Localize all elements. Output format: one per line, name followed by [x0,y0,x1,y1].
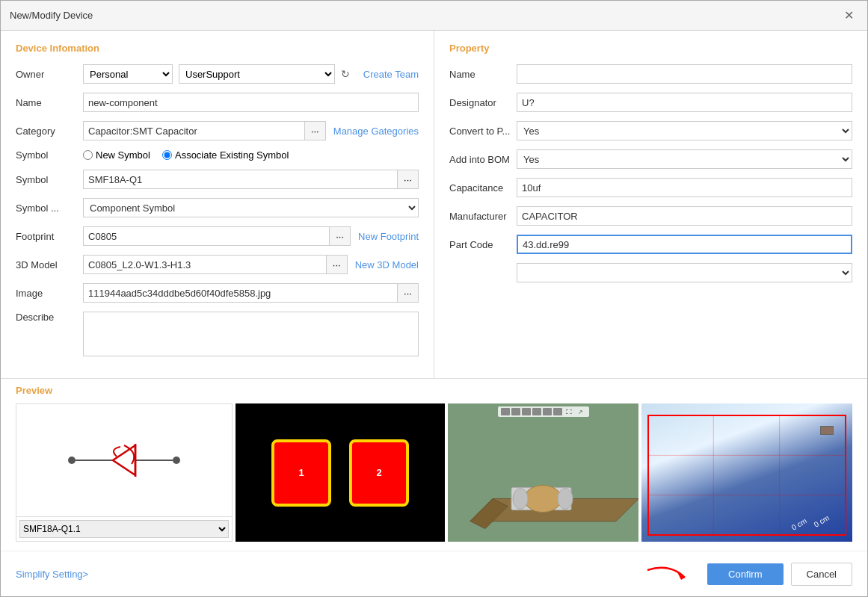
owner-personal-select[interactable]: Personal [83,64,173,84]
left-panel: Device Infomation Owner Personal UserSup… [1,31,434,378]
confirm-button[interactable]: Confirm [707,563,784,585]
right-panel: Property Name Designator Convert to P...… [434,31,867,378]
symbol-type-label: Symbol [16,149,83,161]
part-code-label: Part Code [449,239,517,250]
symbol-label: Symbol [16,174,83,185]
designator-row: Designator [449,93,852,112]
manufacturer-row: Manufacturer [449,206,852,226]
svg-marker-2 [113,445,135,475]
bom-select[interactable]: Yes No [517,149,852,169]
symbol-svg [49,415,199,505]
name-row: Name [16,93,419,112]
create-team-button[interactable]: Create Team [363,69,419,80]
associate-symbol-radio-label[interactable]: Associate Existing Symbol [162,149,289,161]
convert-label: Convert to P... [449,126,517,137]
symbol-type-row: Symbol New Symbol Associate Existing Sym… [16,149,419,161]
category-input[interactable] [83,121,305,140]
new-3d-model-button[interactable]: New 3D Model [355,259,419,270]
model-3d-dots-button[interactable]: ··· [327,255,348,274]
extra-select[interactable] [517,263,852,282]
prop-name-row: Name [449,64,852,84]
footprint-preview: 1 2 [236,403,445,542]
3d-icon-3 [522,408,531,415]
category-dots-button[interactable]: ··· [305,121,326,140]
category-row: Category ··· Manage Gategories [16,121,419,140]
3d-icon-5 [543,408,552,415]
svg-point-9 [513,489,528,510]
new-footprint-button[interactable]: New Footprint [358,231,419,242]
3d-model-svg [448,418,638,542]
model-3d-input[interactable] [83,255,327,274]
symbol-input[interactable] [83,170,398,189]
new-symbol-radio-label[interactable]: New Symbol [83,149,150,161]
symbol-lib-row: Symbol ... Component Symbol [16,198,419,217]
part-code-input[interactable] [517,235,852,254]
convert-select[interactable]: Yes No [517,121,852,140]
designator-label: Designator [449,97,517,108]
svg-point-10 [558,489,573,510]
image-input[interactable] [83,283,398,303]
close-button[interactable]: ✕ [840,7,858,24]
right-terminal [173,457,180,464]
associate-symbol-radio-text: Associate Existing Symbol [175,149,289,161]
photo-component [820,426,834,435]
footprint-label: Footprint [16,231,83,242]
preview-images: SMF18A-Q1.1 1 2 [16,403,852,542]
describe-row: Describe [16,312,419,356]
symbol-lib-label: Symbol ... [16,202,83,214]
footprint-input[interactable] [83,226,330,246]
refresh-icon[interactable]: ↻ [341,68,350,80]
model-3d-control: ··· [83,255,348,274]
simplify-setting-button[interactable]: Simplify Setting> [16,569,88,580]
symbol-control: ··· [83,170,419,189]
prop-name-label: Name [449,69,517,80]
dialog-body: Device Infomation Owner Personal UserSup… [1,31,867,378]
cancel-button[interactable]: Cancel [791,563,852,586]
new-symbol-radio[interactable] [83,150,93,160]
associate-symbol-radio[interactable] [162,150,172,160]
describe-label: Describe [16,312,83,323]
3d-toolbar: ⛶ ↗ [498,406,589,417]
symbol-dots-button[interactable]: ··· [398,170,419,189]
left-terminal [68,457,76,464]
footer-buttons: Confirm Cancel [640,559,852,589]
prop-name-input[interactable] [517,64,852,84]
owner-label: Owner [16,69,83,80]
symbol-variant-select[interactable]: SMF18A-Q1.1 [19,520,229,538]
designator-input[interactable] [517,93,852,112]
name-label: Name [16,97,83,108]
describe-input[interactable] [83,312,419,356]
category-control: ··· [83,121,326,140]
image-dots-button[interactable]: ··· [398,283,419,303]
symbol-select-wrapper: SMF18A-Q1.1 [16,516,232,541]
capacitance-input[interactable] [517,178,852,197]
name-input[interactable] [83,93,419,112]
new-symbol-radio-text: New Symbol [96,149,150,161]
image-control: ··· [83,283,419,303]
3d-preview: ⛶ ↗ [448,403,638,542]
extra-dropdown-row [449,263,852,282]
model-3d-row: 3D Model ··· New 3D Model [16,255,419,274]
footprint-canvas: 1 2 [236,403,445,542]
symbol-image [16,404,232,516]
owner-row: Owner Personal UserSupport ↻ Create Team [16,64,419,84]
confirm-arrow [640,559,700,589]
symbol-radio-group: New Symbol Associate Existing Symbol [83,149,419,161]
svg-point-8 [524,486,561,513]
owner-user-select[interactable]: UserSupport [179,64,335,84]
dialog-footer: Simplify Setting> Confirm Cancel [1,551,867,596]
dialog-titlebar: New/Modify Device ✕ [1,1,867,31]
convert-row: Convert to P... Yes No [449,121,852,140]
footprint-control: ··· [83,226,351,246]
symbol-lib-select[interactable]: Component Symbol [83,198,419,217]
capacitance-row: Capacitance [449,178,852,197]
bom-row: Add into BOM Yes No [449,149,852,169]
photo-preview: 0 cm 0 cm [641,403,852,542]
manufacturer-input[interactable] [517,206,852,226]
image-label: Image [16,288,83,299]
new-modify-device-dialog: New/Modify Device ✕ Device Infomation Ow… [0,0,868,597]
image-row: Image ··· [16,283,419,303]
footprint-dots-button[interactable]: ··· [330,226,351,246]
manage-categories-button[interactable]: Manage Gategories [333,126,419,137]
preview-title: Preview [16,385,852,396]
